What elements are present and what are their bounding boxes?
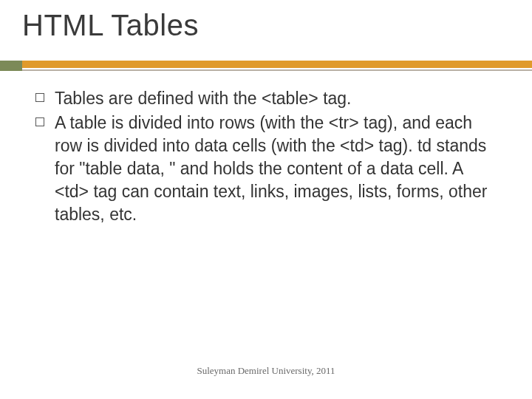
divider (0, 61, 532, 71)
divider-thick (0, 61, 532, 68)
list-item-text: A table is divided into rows (with the <… (55, 112, 494, 226)
list-item: A table is divided into rows (with the <… (35, 112, 494, 226)
list-item: Tables are defined with the <table> tag. (35, 87, 494, 110)
square-bullet-icon (35, 93, 44, 102)
footer-text: Suleyman Demirel University, 2011 (0, 365, 532, 377)
body-content: Tables are defined with the <table> tag.… (35, 87, 494, 228)
list-item-text: Tables are defined with the <table> tag. (55, 87, 494, 110)
slide-title: HTML Tables (22, 9, 199, 42)
slide: HTML Tables Tables are defined with the … (0, 0, 532, 399)
divider-thin (0, 69, 532, 71)
accent-block (0, 61, 22, 71)
square-bullet-icon (35, 117, 44, 126)
